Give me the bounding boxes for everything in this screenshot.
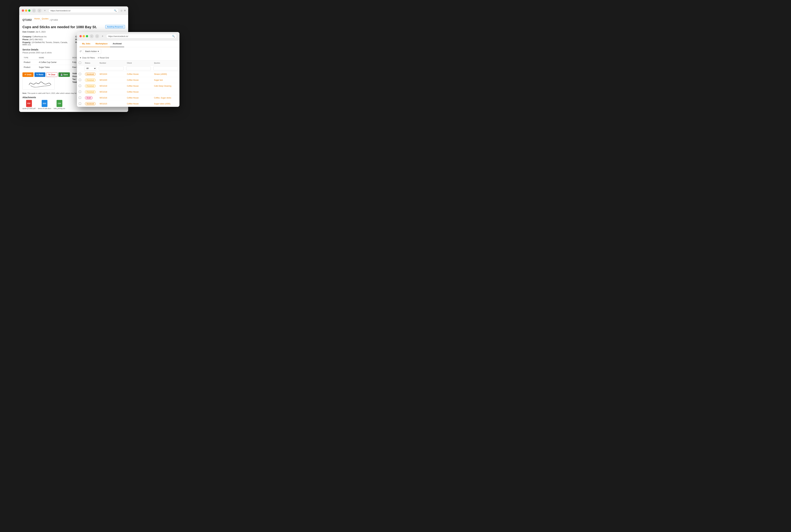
- traffic-light-green[interactable]: [28, 10, 31, 12]
- quote-header: Cups and Sticks are needed for 1080 Bay …: [22, 25, 125, 29]
- new-tab-button-front[interactable]: +: [101, 34, 105, 38]
- row-checkbox[interactable]: [79, 97, 81, 99]
- forward-button[interactable]: ›: [37, 8, 41, 13]
- work-order-link[interactable]: WO1016: [99, 97, 107, 99]
- reset-grid-button[interactable]: ↺ Reset Grid: [98, 57, 109, 59]
- work-order-link[interactable]: WO1015: [99, 103, 107, 105]
- attachment-icon-csv: CSV: [57, 100, 62, 107]
- work-order-link[interactable]: WO1020: [99, 79, 107, 81]
- traffic-lights-front: [79, 35, 88, 37]
- client-link[interactable]: Coffee House: [127, 103, 138, 105]
- quotes-link[interactable]: Straws (x6000): [154, 73, 167, 75]
- row-checkbox[interactable]: [79, 91, 81, 93]
- search-icon-front: 🔍: [172, 35, 175, 37]
- back-button[interactable]: ‹: [32, 8, 36, 13]
- clear-all-filters-button[interactable]: ▼ Clear All Filters: [79, 57, 95, 59]
- clear-button[interactable]: ✎ Clear: [46, 72, 58, 77]
- row-checkbox[interactable]: [79, 102, 81, 105]
- status-chip: Finished: [85, 78, 96, 82]
- row-checkbox[interactable]: [79, 73, 81, 75]
- quotes-link[interactable]: Cafe Deep Cleaning: [154, 85, 171, 87]
- filter-icon: ▼: [79, 57, 81, 59]
- front-browser-window: ‹ › + https://servicedeck.io/ 🔍 My Jobs …: [77, 32, 180, 107]
- work-order-link[interactable]: WO1018: [99, 91, 107, 93]
- status-chip: Invoiced: [85, 73, 96, 76]
- reset-icon: ↺: [98, 57, 99, 59]
- row-checkbox[interactable]: [79, 79, 81, 81]
- attachment-item[interactable]: CSVbulk_pricing.csv: [54, 100, 65, 109]
- status-chip: Finished: [85, 84, 96, 88]
- table-row: Finished WO1020 Coffee House Sugar test: [77, 77, 180, 83]
- work-order-link[interactable]: WO1019: [99, 85, 107, 87]
- quotes-filter-input[interactable]: [153, 66, 178, 70]
- back-button-front[interactable]: ‹: [90, 34, 94, 38]
- client-filter-input[interactable]: [126, 66, 151, 70]
- table-filter-row: All: [77, 66, 180, 71]
- breadcrumb-current: QT1002: [51, 19, 58, 21]
- forward-button-front[interactable]: ›: [95, 34, 99, 38]
- breadcrumb-home[interactable]: Home: [34, 17, 40, 20]
- url-bar-front[interactable]: https://servicedeck.io/ 🔍: [106, 34, 177, 38]
- traffic-light-yellow-front[interactable]: [83, 35, 85, 37]
- row-checkbox[interactable]: [79, 85, 81, 87]
- tab-my-jobs[interactable]: My Jobs: [79, 40, 93, 47]
- col-checkbox: [77, 60, 83, 66]
- client-link[interactable]: Coffee House: [127, 91, 138, 93]
- col-quotes-header: Quotes: [152, 60, 180, 66]
- client-link[interactable]: Coffee House: [127, 79, 138, 81]
- search-icon-back: 🔍: [114, 9, 117, 12]
- table-row: Invoiced WO1015 Coffee House Sugar tubes…: [77, 101, 180, 107]
- tab-archived[interactable]: Archived: [110, 40, 124, 47]
- batch-action-button[interactable]: Batch Action ▾: [83, 49, 101, 54]
- url-bar-back[interactable]: https://servicedeck.io/ 🔍: [49, 8, 119, 13]
- status-chip: Finished: [85, 90, 96, 94]
- quotes-link[interactable]: Sugar test: [154, 79, 163, 81]
- company-info: Company: CoffeeHouse Inc: [22, 36, 72, 38]
- jobs-table: Status Number Client Quotes All: [77, 60, 180, 107]
- back-browser-chrome: ‹ › + https://servicedeck.io/ 🔍 ☆ ≡: [19, 6, 128, 15]
- quotes-link[interactable]: Coffee, Sugar sticks: [154, 97, 171, 99]
- refresh-icon[interactable]: ↺: [79, 50, 81, 53]
- url-text-back: https://servicedeck.io/: [51, 10, 113, 12]
- undo-button[interactable]: ↺ Undo: [22, 72, 34, 77]
- attachment-icon-pdf: PDF: [26, 100, 32, 107]
- traffic-light-red[interactable]: [22, 10, 24, 12]
- tabs-bar: My Jobs Marketplace Archived: [77, 40, 180, 47]
- attachment-item[interactable]: DOCterms-of-sale.docx: [38, 100, 51, 109]
- select-all-checkbox[interactable]: [79, 62, 81, 64]
- work-order-link[interactable]: WO1024: [99, 73, 107, 75]
- table-header-row: Status Number Client Quotes: [77, 60, 180, 66]
- quotes-link[interactable]: Sugar tubes (x500).: [154, 103, 171, 105]
- status-badge: Awaiting Response: [105, 25, 125, 28]
- filters-bar: ▼ Clear All Filters ↺ Reset Grid: [77, 55, 180, 60]
- table-row: Finished WO1019 Coffee House Cafe Deep C…: [77, 83, 180, 89]
- table-row: Draft WO1016 Coffee House Coffee, Sugar …: [77, 95, 180, 101]
- number-filter-input[interactable]: [99, 66, 124, 70]
- bookmark-button-back[interactable]: ☆: [120, 9, 123, 12]
- traffic-light-yellow[interactable]: [25, 10, 27, 12]
- col-status-header: Status: [83, 60, 98, 66]
- breadcrumb-quotes[interactable]: Quotes: [42, 17, 49, 20]
- save-button[interactable]: 💾 Save: [58, 72, 70, 77]
- new-tab-button[interactable]: +: [43, 8, 47, 13]
- attachment-item[interactable]: PDFquote-QT1002.pdf: [22, 100, 35, 109]
- traffic-light-red-front[interactable]: [79, 35, 82, 37]
- col-number-header: Number: [98, 60, 125, 66]
- traffic-lights-back: [22, 10, 31, 12]
- phone1-info: Phone: (647)-396-5421: [22, 38, 72, 41]
- signature-canvas[interactable]: [22, 77, 55, 90]
- tab-marketplace[interactable]: Marketplace: [93, 40, 110, 47]
- client-link[interactable]: Coffee House: [127, 73, 138, 75]
- quote-title: Cups and Sticks are needed for 1080 Bay …: [22, 25, 97, 29]
- client-link[interactable]: Coffee House: [127, 85, 138, 87]
- col-type: TYPE: [22, 56, 38, 60]
- client-link[interactable]: Coffee House: [127, 97, 138, 99]
- redo-button[interactable]: ↻ Redo: [35, 72, 45, 77]
- table-row: Finished WO1018 Coffee House: [77, 89, 180, 95]
- menu-button-back[interactable]: ≡: [124, 9, 126, 12]
- status-filter-select[interactable]: All: [84, 66, 96, 71]
- attachment-name: quote-QT1002.pdf: [22, 108, 35, 109]
- sig-buttons: ↺ Undo ↻ Redo ✎ Clear 💾 Save: [22, 72, 70, 77]
- traffic-light-green-front[interactable]: [86, 35, 88, 37]
- breadcrumb-id: QT1002: [22, 19, 32, 21]
